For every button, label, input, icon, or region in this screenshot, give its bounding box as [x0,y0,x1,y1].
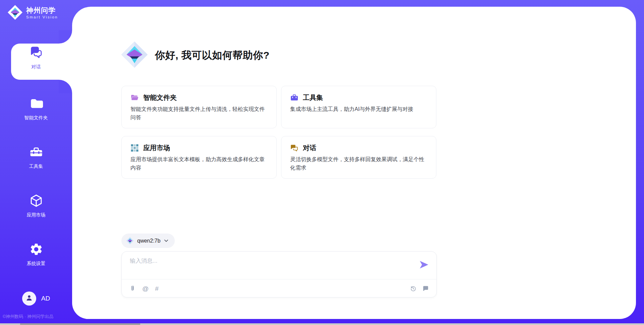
card-title: 应用市场 [143,143,170,152]
card-toolset[interactable]: 工具集 集成市场上主流工具，助力AI与外界无缝扩展与对接 [281,86,436,128]
brand-title: 神州问学 [26,6,58,14]
hashtag-button[interactable]: # [155,285,159,292]
message-composer: @ # [121,251,437,298]
user-name: AD [41,295,50,302]
speech-bubble-icon [422,285,429,292]
card-title: 智能文件夹 [143,93,177,102]
diamond-logo-icon [126,237,134,245]
sidebar: 神州问学 Smart Vision 对话 智能文件夹 [0,0,72,325]
card-app-market[interactable]: 应用市场 应用市场提供丰富长文本模板，助力高效生成多样化文章内容 [121,136,277,179]
gear-icon [29,242,43,258]
brand-logo: 神州问学 Smart Vision [7,5,58,21]
chat-icon [29,46,43,61]
chat-bubbles-icon [290,144,299,152]
paperclip-icon [129,285,136,292]
grid-icon [130,144,139,152]
model-selector[interactable]: qwen2:7b [121,234,175,248]
diamond-logo-icon [121,41,148,70]
chevron-down-icon [164,238,169,243]
greeting-title: 你好, 我可以如何帮助你? [155,49,270,62]
sidebar-item-toolset[interactable]: 工具集 [0,145,72,170]
card-smart-folder[interactable]: 智能文件夹 智能文件夹功能支持批量文件上传与清洗，轻松实现文件问答 [121,86,277,128]
message-input[interactable] [129,256,412,277]
card-description: 智能文件夹功能支持批量文件上传与清洗，轻松实现文件问答 [130,105,265,122]
cube-icon [29,194,43,209]
horizontal-scrollbar[interactable] [0,323,644,325]
copyright-text: ©神州数码 · 神州问学出品 [3,314,53,320]
active-tab-fillet-bottom [59,80,72,93]
hash-icon: # [155,285,159,292]
sidebar-item-label: 系统设置 [27,261,46,267]
card-title: 对话 [303,143,316,152]
card-description: 应用市场提供丰富长文本模板，助力高效生成多样化文章内容 [130,155,265,172]
greeting: 你好, 我可以如何帮助你? [121,41,270,70]
avatar [22,291,36,306]
card-chat[interactable]: 对话 灵活切换多模型文件，支持多样回复效果调试，满足个性化需求 [281,136,436,179]
card-title: 工具集 [303,93,323,102]
history-icon [410,285,417,292]
sidebar-item-label: 应用市场 [27,212,46,218]
brand-subtitle: Smart Vision [26,15,58,19]
conversation-button[interactable] [422,285,429,292]
sidebar-item-chat[interactable]: 对话 [0,46,72,78]
user-profile[interactable]: AD [0,291,72,306]
feature-cards: 智能文件夹 智能文件夹功能支持批量文件上传与清洗，轻松实现文件问答 工具集 集成… [121,86,436,179]
sidebar-item-smart-folder[interactable]: 智能文件夹 [0,96,72,121]
sidebar-item-label: 对话 [32,64,41,70]
sidebar-item-label: 智能文件夹 [24,115,48,121]
sidebar-item-app-market[interactable]: 应用市场 [0,194,72,218]
send-button[interactable] [419,260,429,270]
history-button[interactable] [410,285,417,292]
attachment-button[interactable] [129,285,136,292]
open-folder-icon [130,93,139,102]
model-name: qwen2:7b [137,238,160,244]
folder-icon [29,96,43,112]
send-icon [419,260,429,270]
card-description: 集成市场上主流工具，助力AI与外界无缝扩展与对接 [290,105,424,114]
sidebar-item-settings[interactable]: 系统设置 [0,242,72,267]
briefcase-icon [290,93,299,102]
scrollbar-thumb[interactable] [20,323,140,325]
card-description: 灵活切换多模型文件，支持多样回复效果调试，满足个性化需求 [290,155,424,172]
mention-button[interactable]: @ [142,285,149,292]
diamond-logo-icon [7,5,23,21]
active-tab-fillet-top [59,30,72,44]
at-icon: @ [142,285,149,292]
sidebar-item-label: 工具集 [29,164,43,170]
toolbox-icon [29,145,43,160]
person-icon [25,294,33,303]
